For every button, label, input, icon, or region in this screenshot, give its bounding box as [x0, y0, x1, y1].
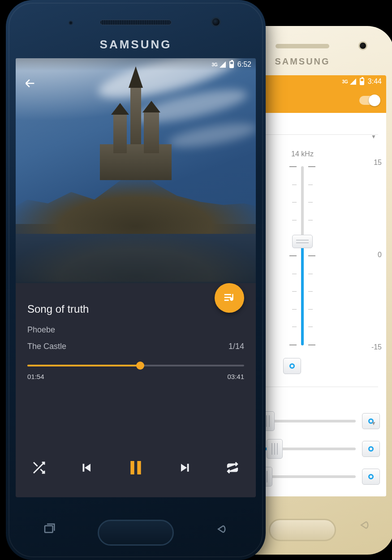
band-label: 14 kHz: [291, 150, 314, 158]
playlist-music-icon: [223, 291, 236, 305]
eq-enable-toggle[interactable]: [359, 96, 379, 105]
next-button[interactable]: [177, 459, 194, 477]
shuffle-button[interactable]: [30, 459, 48, 477]
svg-rect-5: [45, 526, 53, 533]
speaker-grille: [100, 20, 172, 25]
eq-band: 14 kHz: [283, 150, 322, 345]
progress-section: 01:54 03:41: [27, 365, 244, 380]
back-button[interactable]: [24, 77, 36, 91]
brand-label: SAMSUNG: [6, 38, 266, 52]
repeat-icon: [225, 461, 240, 475]
back-nav-button[interactable]: [215, 522, 230, 538]
preset-dropdown-caret-icon[interactable]: ▼: [371, 134, 376, 140]
status-bar: 3G 6:52: [16, 58, 256, 71]
band-slider[interactable]: [301, 166, 304, 345]
network-label: 3G: [342, 79, 348, 84]
svg-rect-3: [130, 461, 134, 474]
back-nav-button[interactable]: [358, 518, 373, 535]
svg-rect-2: [224, 300, 229, 301]
speaker-grille: [276, 44, 329, 48]
effects-dropdown-caret-icon[interactable]: ▼: [371, 420, 376, 426]
band-fill: [301, 241, 304, 345]
front-screen: 3G 6:52 Song of truth Phoebe The C: [16, 58, 256, 497]
battery-icon: [229, 61, 234, 68]
skip-previous-icon: [79, 461, 93, 474]
album-name: The Castle: [27, 342, 66, 351]
repeat-button[interactable]: [224, 459, 241, 477]
shuffle-icon: [32, 461, 46, 475]
eq-scale-labels: 15 0 -15: [371, 159, 382, 351]
svg-rect-4: [137, 461, 141, 474]
scale-min: -15: [371, 343, 382, 351]
progress-fill: [27, 365, 140, 366]
clock: 3:44: [368, 78, 382, 86]
artist-name: Phoebe: [27, 325, 244, 335]
phone-front-frame: SAMSUNG 3G 6:52: [6, 0, 266, 560]
progress-slider[interactable]: [27, 365, 244, 366]
recent-apps-button[interactable]: [42, 522, 57, 538]
elapsed-time: 01:54: [27, 373, 44, 380]
home-button[interactable]: [269, 519, 336, 541]
pause-button[interactable]: [124, 456, 147, 479]
scale-mid: 0: [378, 251, 382, 259]
skip-next-icon: [179, 461, 192, 474]
previous-button[interactable]: [77, 459, 95, 477]
pause-icon: [127, 458, 145, 478]
effect-reset-button[interactable]: [362, 441, 380, 457]
clock: 6:52: [237, 60, 251, 69]
band-thumb[interactable]: [292, 235, 313, 248]
front-camera: [358, 41, 367, 50]
total-duration: 03:41: [227, 373, 244, 380]
effect-thumb[interactable]: [267, 439, 283, 459]
playback-controls: [27, 452, 244, 489]
svg-rect-1: [224, 297, 231, 298]
signal-icon: [350, 78, 356, 85]
effect-reset-button[interactable]: [362, 469, 380, 485]
home-button[interactable]: [98, 520, 174, 546]
network-label: 3G: [212, 62, 218, 67]
battery-icon: [360, 78, 364, 85]
music-player-app: 3G 6:52 Song of truth Phoebe The C: [16, 58, 256, 497]
song-title: Song of truth: [27, 303, 244, 315]
track-index: 1/14: [228, 342, 244, 351]
svg-rect-0: [224, 294, 231, 295]
band-reset-button[interactable]: [283, 358, 301, 374]
scale-max: 15: [374, 159, 382, 167]
signal-icon: [220, 61, 226, 68]
now-playing-panel: Song of truth Phoebe The Castle 1/14 01:…: [16, 283, 256, 497]
album-art: [16, 58, 256, 283]
front-camera: [211, 17, 221, 27]
progress-thumb[interactable]: [136, 362, 144, 370]
proximity-sensor: [69, 21, 73, 25]
playlist-fab[interactable]: [215, 283, 244, 313]
